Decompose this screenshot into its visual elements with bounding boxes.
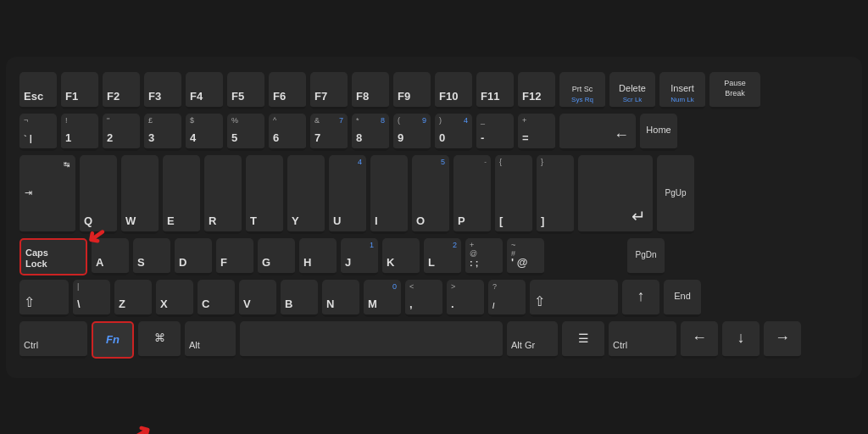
key-7[interactable]: & 7 7 [310, 114, 348, 151]
key-5[interactable]: % 5 [227, 114, 264, 151]
key-ctrl-right[interactable]: Ctrl [609, 321, 676, 359]
asdf-row: Caps Lock A S D F G H 1 J K 2 L +@ : ; ~… [19, 238, 849, 275]
key-semicolon[interactable]: +@ : ; [465, 238, 503, 275]
key-l[interactable]: 2 L [424, 238, 461, 275]
key-f8[interactable]: F8 [352, 72, 389, 109]
keyboard: ➜ ➜ Esc F1 F2 F3 F4 F5 F6 F7 F8 F9 F10 F… [6, 57, 862, 378]
key-f5[interactable]: F5 [227, 72, 264, 109]
key-backslash[interactable]: | \ [73, 280, 110, 317]
key-g[interactable]: G [258, 238, 295, 275]
key-1[interactable]: ! 1 [61, 114, 98, 151]
key-w[interactable]: W [121, 155, 159, 234]
key-minus[interactable]: _ - [476, 114, 514, 151]
key-z[interactable]: Z [114, 280, 152, 317]
key-comma[interactable]: < , [405, 280, 442, 317]
key-home[interactable]: Home [640, 114, 677, 151]
key-x[interactable]: X [156, 280, 193, 317]
key-h[interactable]: H [299, 238, 337, 275]
key-f6[interactable]: F6 [269, 72, 306, 109]
key-quote[interactable]: ~# ' @ [507, 238, 544, 275]
key-2[interactable]: " 2 [103, 114, 140, 151]
key-prtsc[interactable]: Prt Sc Sys Rq [559, 72, 605, 109]
key-f[interactable]: F [216, 238, 253, 275]
key-pause[interactable]: PauseBreak [709, 72, 760, 109]
key-8[interactable]: * 8 8 [352, 114, 389, 151]
key-lbracket[interactable]: { [ [495, 155, 532, 234]
key-backtick[interactable]: ¬ ` | [19, 114, 57, 151]
key-0[interactable]: ) 4 0 [435, 114, 472, 151]
key-e[interactable]: E [163, 155, 200, 234]
key-c[interactable]: C [198, 280, 235, 317]
key-esc[interactable]: Esc [19, 72, 57, 109]
zxcv-row: ⇧ | \ Z X C V B N 0 M < , > . ? / ⇧ ↑ [19, 280, 849, 317]
key-capslock[interactable]: Caps Lock [19, 238, 87, 275]
key-f4[interactable]: F4 [186, 72, 223, 109]
key-ctrl-left[interactable]: Ctrl [19, 321, 87, 359]
key-fn[interactable]: Fn [92, 321, 134, 359]
key-d[interactable]: D [175, 238, 212, 275]
key-backspace[interactable]: ← [559, 114, 636, 151]
number-row: ¬ ` | ! 1 " 2 £ 3 $ 4 % 5 ^ 6 & 7 [19, 114, 849, 151]
key-end[interactable]: End [664, 280, 701, 317]
key-insert[interactable]: Insert Num Lk [659, 72, 705, 109]
key-period[interactable]: > . [447, 280, 484, 317]
key-left[interactable]: ← [681, 321, 718, 359]
key-f2[interactable]: F2 [103, 72, 140, 109]
key-pgup[interactable]: PgUp [657, 155, 694, 234]
key-i[interactable]: I [370, 155, 408, 234]
key-o[interactable]: 5 O [412, 155, 449, 234]
key-u[interactable]: 4 U [329, 155, 366, 234]
key-menu[interactable]: ☰ [562, 321, 604, 359]
key-shift-left[interactable]: ⇧ [19, 280, 69, 317]
key-alt-left[interactable]: Alt [185, 321, 236, 359]
key-f1[interactable]: F1 [61, 72, 98, 109]
key-rbracket[interactable]: } ] [537, 155, 574, 234]
key-v[interactable]: V [239, 280, 276, 317]
key-j[interactable]: 1 J [341, 238, 378, 275]
key-delete[interactable]: Delete Scr Lk [609, 72, 655, 109]
key-y[interactable]: Y [287, 155, 325, 234]
key-f12[interactable]: F12 [518, 72, 555, 109]
key-r[interactable]: R [204, 155, 242, 234]
key-6[interactable]: ^ 6 [269, 114, 306, 151]
key-4[interactable]: $ 4 [186, 114, 223, 151]
key-alt-gr[interactable]: Alt Gr [507, 321, 558, 359]
key-space[interactable] [240, 321, 503, 359]
key-right[interactable]: → [764, 321, 801, 359]
key-up[interactable]: ↑ [622, 280, 659, 317]
key-n[interactable]: N [322, 280, 359, 317]
qwerty-row: ⇥ ↹ Q W E R T Y 4 U I 5 O - P { [ } ] [19, 155, 849, 234]
key-shift-right[interactable]: ⇧ [530, 280, 618, 317]
key-t[interactable]: T [246, 155, 283, 234]
key-3[interactable]: £ 3 [144, 114, 181, 151]
key-slash[interactable]: ? / [488, 280, 526, 317]
key-f3[interactable]: F3 [144, 72, 181, 109]
key-tab[interactable]: ⇥ ↹ [19, 155, 75, 234]
key-k[interactable]: K [382, 238, 420, 275]
key-f10[interactable]: F10 [435, 72, 472, 109]
fn-arrow: ➜ [127, 418, 156, 434]
key-9[interactable]: ( 9 9 [393, 114, 431, 151]
key-s[interactable]: S [133, 238, 170, 275]
key-b[interactable]: B [281, 280, 318, 317]
key-f9[interactable]: F9 [393, 72, 431, 109]
key-down[interactable]: ↓ [722, 321, 760, 359]
key-p[interactable]: - P [453, 155, 491, 234]
key-equals[interactable]: + = [518, 114, 555, 151]
key-enter[interactable]: ↵ [578, 155, 653, 234]
key-f7[interactable]: F7 [310, 72, 348, 109]
bottom-row: Ctrl Fn ⌘ Alt Alt Gr ☰ Ctrl ← ↓ → [19, 321, 849, 359]
fn-row: Esc F1 F2 F3 F4 F5 F6 F7 F8 F9 F10 F11 F… [19, 72, 849, 109]
key-pgdn[interactable]: PgDn [627, 238, 665, 275]
key-f11[interactable]: F11 [476, 72, 514, 109]
key-m[interactable]: 0 M [364, 280, 401, 317]
key-super[interactable]: ⌘ [138, 321, 181, 359]
